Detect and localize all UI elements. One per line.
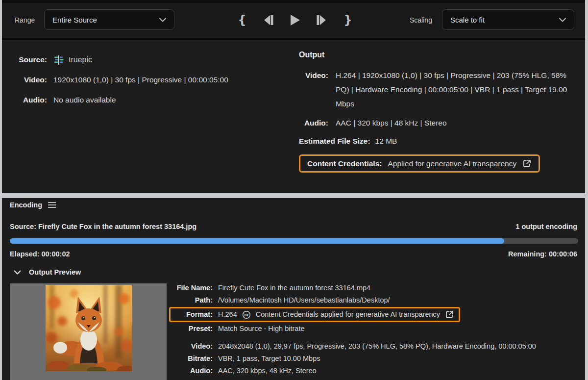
external-link-icon[interactable] (445, 310, 454, 319)
scaling-label: Scaling (410, 16, 432, 24)
mark-out-button[interactable]: } (338, 10, 358, 30)
range-dropdown[interactable]: Entire Source (44, 9, 174, 30)
encoding-progress-fill (10, 238, 504, 244)
step-back-icon (262, 14, 275, 26)
svg-text:cr: cr (244, 312, 248, 317)
mark-in-button[interactable]: { (232, 10, 252, 30)
output-video-value: H.264 | 1920x1080 (1,0) | 30 fps | Progr… (336, 68, 571, 111)
encoding-panel: Encoding Source: Firefly Cute Fox in the… (2, 198, 585, 380)
source-info-block: Source: truepic Video: 1920x1080 (1,0) |… (14, 53, 278, 114)
content-credentials-cr-icon: cr (242, 310, 251, 319)
preview-toolbar: Range Entire Source { } Scaling Scale to… (2, 3, 585, 38)
fox-preview-image (46, 285, 132, 371)
output-video-label: Video: (299, 68, 328, 82)
output-info-block: Output Video: H.264 | 1920x1080 (1,0) | … (299, 51, 583, 173)
preset-label: Preset: (174, 324, 213, 333)
source-name: truepic (69, 53, 92, 66)
source-video-row: Video: 1920x1080 (1,0) | 30 fps | Progre… (14, 74, 278, 86)
truepic-badge[interactable]: truepic (53, 53, 92, 66)
window-left-edge (0, 0, 2, 380)
detail-audio-row: Audio: AAC, 320 kbps, 48 kHz, Stereo (174, 366, 576, 376)
content-credentials-row[interactable]: Content Credentials: Applied for generat… (299, 154, 540, 173)
encoding-time-row: Elapsed: 00:00:02 Remaining: 00:00:06 (10, 250, 577, 258)
format-label: Format: (174, 310, 213, 319)
output-heading: Output (299, 51, 583, 59)
encoding-progress-bar (10, 238, 578, 244)
elapsed-time: Elapsed: 00:00:02 (10, 250, 70, 258)
output-preview-label: Output Preview (29, 268, 81, 276)
bitrate-label: Bitrate: (174, 354, 213, 363)
detail-video-label: Video: (174, 342, 213, 351)
preset-row: Preset: Match Source - High bitrate (174, 324, 576, 333)
encoding-source-name: Source: Firefly Cute Fox in the autumn f… (10, 223, 196, 230)
path-label: Path: (174, 296, 213, 305)
encoding-panel-title: Encoding (10, 201, 42, 209)
external-link-icon[interactable] (522, 159, 532, 168)
output-detail-block: File Name: Firefly Cute Fox in the autum… (174, 283, 576, 379)
panel-menu-icon[interactable] (48, 202, 56, 208)
encoding-source-row: Source: Firefly Cute Fox in the autumn f… (10, 223, 577, 230)
format-value: H.264 (218, 310, 237, 319)
file-name-value: Firefly Cute Fox in the autumn forest 33… (218, 283, 370, 293)
output-encoding-count: 1 output encoding (515, 223, 577, 230)
window-right-edge (585, 0, 588, 380)
output-preview-toggle[interactable]: Output Preview (14, 268, 81, 276)
source-output-info-panel: Source: truepic Video: 1920x1080 (1,0) |… (2, 40, 585, 193)
mark-in-icon: { (238, 13, 246, 27)
remaining-time: Remaining: 00:00:06 (508, 250, 577, 258)
range-dropdown-value: Entire Source (52, 16, 97, 24)
file-size-row: Estimated File Size: 12 MB (299, 135, 583, 148)
bitrate-row: Bitrate: VBR, 1 pass, Target 10.00 Mbps (174, 354, 576, 363)
source-audio-value: No audio available (53, 94, 116, 106)
file-name-row: File Name: Firefly Cute Fox in the autum… (174, 283, 576, 293)
play-icon (289, 14, 301, 26)
play-button[interactable] (285, 10, 305, 30)
source-audio-row: Audio: No audio available (14, 94, 278, 106)
detail-video-row: Video: 2048x2048 (1,0), 29,97 fps, Progr… (174, 342, 576, 351)
format-row-highlighted[interactable]: Format: H.264 cr Content Credentials app… (169, 307, 460, 322)
path-row: Path: /Volumes/Macintosh HD/Users/sebast… (174, 296, 576, 305)
panel-divider (0, 193, 588, 198)
chevron-down-icon (559, 18, 566, 22)
content-credentials-value: Applied for generative AI transparency (388, 159, 516, 168)
format-credentials-text: Content Credentials applied for generati… (256, 310, 440, 319)
mark-out-icon: } (343, 13, 352, 27)
source-audio-label: Audio: (14, 94, 47, 106)
transport-controls: { } (232, 10, 358, 30)
bitrate-value: VBR, 1 pass, Target 10.00 Mbps (218, 354, 320, 363)
path-value: /Volumes/Macintosh HD/Users/sebastianlab… (218, 296, 390, 305)
encoding-panel-header: Encoding (10, 201, 56, 209)
detail-audio-label: Audio: (174, 366, 213, 376)
source-video-value: 1920x1080 (1,0) | 30 fps | Progressive |… (53, 74, 228, 86)
content-credentials-label: Content Credentials: (307, 159, 382, 168)
range-label: Range (15, 16, 35, 24)
detail-video-value: 2048x2048 (1,0), 29,97 fps, Progressive,… (218, 342, 536, 351)
chevron-down-icon (14, 270, 21, 275)
output-audio-row: Audio: AAC | 320 kbps | 48 kHz | Stereo (299, 116, 583, 130)
chevron-down-icon (159, 18, 166, 22)
step-forward-button[interactable] (312, 10, 331, 30)
output-video-row: Video: H.264 | 1920x1080 (1,0) | 30 fps … (299, 68, 583, 111)
source-row: Source: truepic (14, 53, 278, 66)
step-forward-icon (315, 14, 328, 26)
preset-value: Match Source - High bitrate (218, 324, 305, 333)
detail-audio-value: AAC, 320 kbps, 48 kHz, Stereo (218, 366, 317, 376)
source-video-label: Video: (14, 74, 47, 86)
file-size-value: 12 MB (375, 135, 397, 148)
step-back-button[interactable] (259, 10, 278, 30)
output-preview-thumbnail (10, 283, 167, 380)
output-audio-value: AAC | 320 kbps | 48 kHz | Stereo (336, 116, 447, 130)
file-name-label: File Name: (174, 283, 213, 293)
output-audio-label: Audio: (299, 116, 328, 130)
truepic-logo-icon (53, 54, 65, 66)
source-label: Source: (14, 53, 47, 66)
scaling-dropdown[interactable]: Scale to fit (442, 9, 574, 30)
scaling-dropdown-value: Scale to fit (450, 16, 485, 24)
file-size-label: Estimated File Size: (299, 135, 370, 148)
